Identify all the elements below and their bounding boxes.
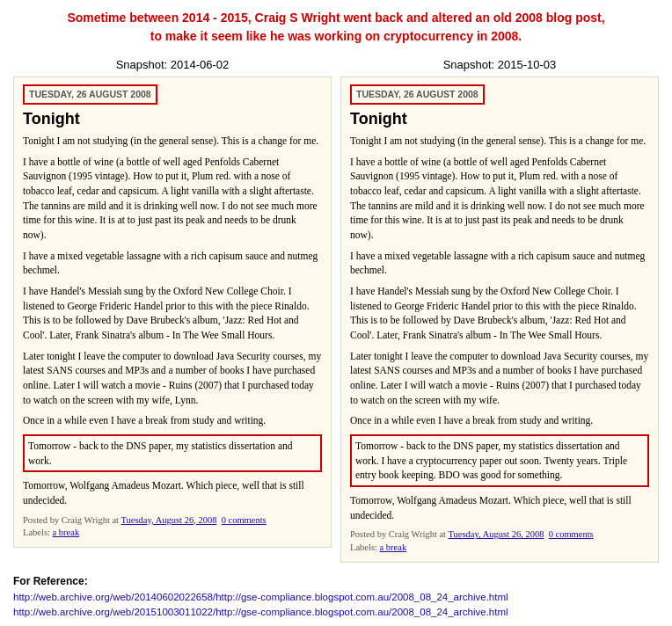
para-left-1: I have a bottle of wine (a bottle of wel… xyxy=(23,155,322,243)
para-left-0: Tonight I am not studying (in the genera… xyxy=(23,134,322,149)
footer-posted-right: Posted by Craig Wright at xyxy=(350,529,446,539)
after-highlight-right: Tomorrow, Wolfgang Amadeus Mozart. Which… xyxy=(350,493,649,522)
footer-posted-left: Posted by Craig Wright at xyxy=(23,515,119,525)
footer-labels-left: Labels: xyxy=(23,528,50,537)
snapshot-right-label: Snapshot: 2015-10-03 xyxy=(340,58,659,71)
highlight-text-right: Tomorrow - back to the DNS paper, my sta… xyxy=(355,440,627,480)
footer-labels-right: Labels: xyxy=(350,542,377,552)
highlight-text-left: Tomorrow - back to the DNS paper, my sta… xyxy=(28,440,293,466)
reference-link-0[interactable]: http://web.archive.org/web/2014060202265… xyxy=(13,590,659,605)
footer-label-link-left[interactable]: a break xyxy=(53,528,80,537)
reference-link-1[interactable]: http://web.archive.org/web/2015100301102… xyxy=(13,605,659,620)
snapshot-left: Snapshot: 2014-06-02 TUESDAY, 26 AUGUST … xyxy=(13,58,332,563)
blog-title-right: Tonight xyxy=(350,108,649,130)
para-left-2: I have a mixed vegetable lassagne with a… xyxy=(23,249,322,278)
para-left-4: Later tonight I leave the computer to do… xyxy=(23,349,322,408)
date-badge-right: TUESDAY, 26 AUGUST 2008 xyxy=(350,84,485,105)
footer-label-link-right[interactable]: a break xyxy=(380,542,407,552)
banner-line2: to make it seem like he was working on c… xyxy=(13,27,659,46)
banner-line1: Sometime between 2014 - 2015, Craig S Wr… xyxy=(13,9,659,27)
para-right-5: Once in a while even I have a break from… xyxy=(350,413,649,428)
blog-body-left: Tonight I am not studying (in the genera… xyxy=(23,134,322,508)
blog-body-right: Tonight I am not studying (in the genera… xyxy=(350,134,649,522)
for-reference: For Reference: http://web.archive.org/we… xyxy=(13,575,659,621)
blog-card-left: TUESDAY, 26 AUGUST 2008 Tonight Tonight … xyxy=(13,76,332,548)
para-right-1: I have a bottle of wine (a bottle of wel… xyxy=(350,155,649,243)
blog-title-left: Tonight xyxy=(23,108,322,130)
blog-card-right: TUESDAY, 26 AUGUST 2008 Tonight Tonight … xyxy=(340,76,659,563)
blog-footer-left: Posted by Craig Wright at Tuesday, Augus… xyxy=(23,514,322,540)
banner: Sometime between 2014 - 2015, Craig S Wr… xyxy=(13,9,659,46)
date-badge-left: TUESDAY, 26 AUGUST 2008 xyxy=(23,84,157,105)
highlight-box-left: Tomorrow - back to the DNS paper, my sta… xyxy=(23,434,322,472)
footer-comments-right[interactable]: 0 comments xyxy=(549,529,594,539)
para-right-3: I have Handel's Messiah sung by the Oxfo… xyxy=(350,284,649,343)
para-right-4: Later tonight I leave the computer to do… xyxy=(350,349,649,408)
footer-date-link-right[interactable]: Tuesday, August 26, 2008 xyxy=(448,529,544,539)
footer-comments-left[interactable]: 0 comments xyxy=(222,515,267,525)
reference-title: For Reference: xyxy=(13,575,659,587)
para-left-5: Once in a while even I have a break from… xyxy=(23,413,322,428)
blog-footer-right: Posted by Craig Wright at Tuesday, Augus… xyxy=(350,528,649,554)
para-left-3: I have Handel's Messiah sung by the Oxfo… xyxy=(23,284,322,343)
snapshot-left-label: Snapshot: 2014-06-02 xyxy=(13,58,332,71)
footer-date-link-left[interactable]: Tuesday, August 26, 2008 xyxy=(121,515,216,525)
snapshots-row: Snapshot: 2014-06-02 TUESDAY, 26 AUGUST … xyxy=(13,58,659,563)
after-highlight-left: Tomorrow, Wolfgang Amadeus Mozart. Which… xyxy=(23,478,322,507)
para-right-2: I have a mixed vegetable lassagne with a… xyxy=(350,249,649,278)
highlight-box-right: Tomorrow - back to the DNS paper, my sta… xyxy=(350,434,649,487)
para-right-0: Tonight I am not studying (in the genera… xyxy=(350,134,649,149)
snapshot-right: Snapshot: 2015-10-03 TUESDAY, 26 AUGUST … xyxy=(340,58,659,563)
